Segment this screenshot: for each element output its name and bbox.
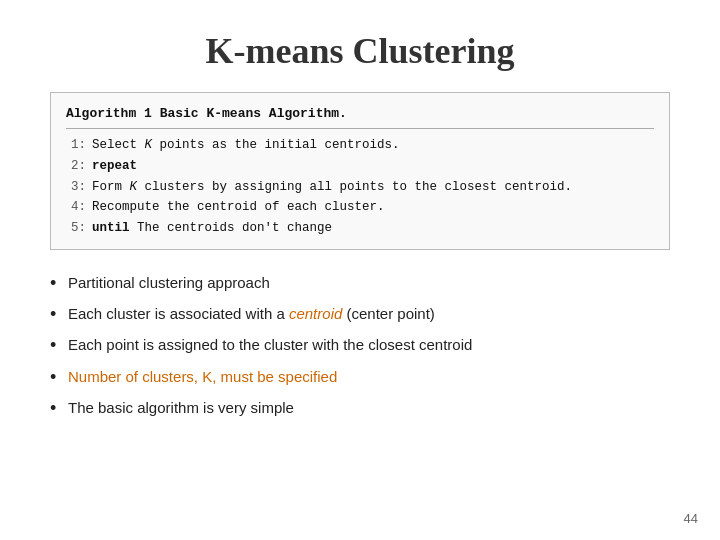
bullet-item-2: • Each cluster is associated with a cent… [50,303,670,326]
algo-num-5: 5: [66,218,86,239]
algo-text-5: until The centroids don't change [92,218,654,239]
algo-line-3: 3: Form K clusters by assigning all poin… [66,177,654,198]
algo-label: Algorithm 1 [66,106,152,121]
algo-header-rest: Basic K-means Algorithm. [160,106,347,121]
bullet-dot-5: • [50,397,68,420]
slide-title: K-means Clustering [50,30,670,72]
algo-line-4: 4: Recompute the centroid of each cluste… [66,197,654,218]
bullet-text-2: Each cluster is associated with a centro… [68,303,670,326]
bullet-dot-1: • [50,272,68,295]
bullet-text-5: The basic algorithm is very simple [68,397,670,420]
bullet-item-4: • Number of clusters, K, must be specifi… [50,366,670,389]
algorithm-box: Algorithm 1 Basic K-means Algorithm. 1: … [50,92,670,250]
algo-line-5: 5: until The centroids don't change [66,218,654,239]
algo-line-2: 2: repeat [66,156,654,177]
bullet-text-3: Each point is assigned to the cluster wi… [68,334,670,357]
bullet-dot-3: • [50,334,68,357]
bullet-item-5: • The basic algorithm is very simple [50,397,670,420]
algo-num-4: 4: [66,197,86,218]
algo-text-2: repeat [92,156,654,177]
bullet-list: • Partitional clustering approach • Each… [50,272,670,510]
bullet-text-1: Partitional clustering approach [68,272,670,295]
algo-header: Algorithm 1 Basic K-means Algorithm. [66,103,654,129]
bullet-dot-4: • [50,366,68,389]
bullet-item-1: • Partitional clustering approach [50,272,670,295]
bullet-item-3: • Each point is assigned to the cluster … [50,334,670,357]
centroid-word: centroid [289,305,342,322]
algo-num-1: 1: [66,135,86,156]
page-number: 44 [684,511,698,526]
slide: K-means Clustering Algorithm 1 Basic K-m… [0,0,720,540]
algo-text-3: Form K clusters by assigning all points … [92,177,654,198]
algo-line-1: 1: Select K points as the initial centro… [66,135,654,156]
algo-num-2: 2: [66,156,86,177]
algo-num-3: 3: [66,177,86,198]
algo-text-1: Select K points as the initial centroids… [92,135,654,156]
bullet-text-4: Number of clusters, K, must be specified [68,366,670,389]
bullet-dot-2: • [50,303,68,326]
algo-text-4: Recompute the centroid of each cluster. [92,197,654,218]
